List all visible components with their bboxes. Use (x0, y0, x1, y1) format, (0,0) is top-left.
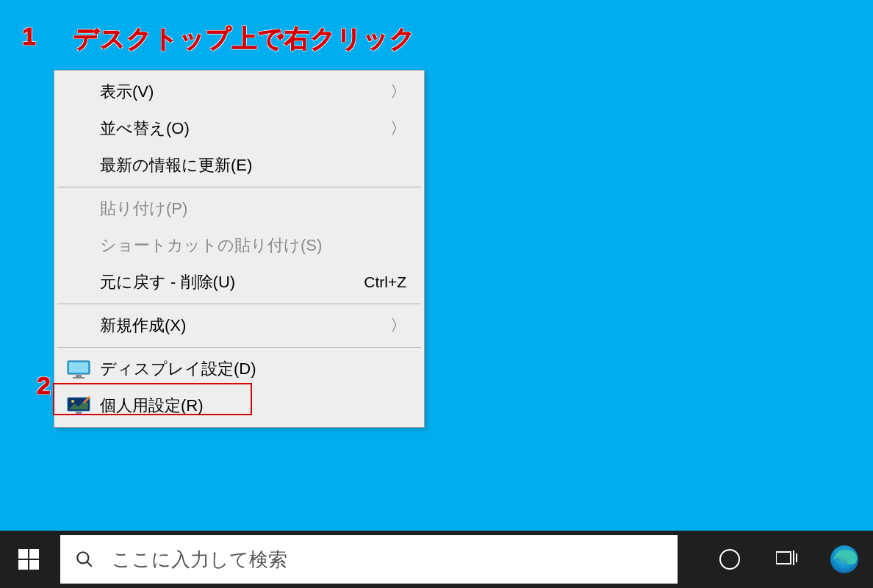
edge-button[interactable] (816, 531, 873, 588)
svg-rect-1 (69, 362, 88, 373)
menu-item-undo[interactable]: 元に戻す - 削除(U) Ctrl+Z (56, 264, 423, 301)
menu-label: 表示(V) (100, 81, 390, 103)
menu-label: 元に戻す - 削除(U) (100, 271, 364, 293)
annotation-text-1: デスクトップ上で右クリック (73, 22, 416, 56)
annotation-number-2: 2 (37, 371, 51, 400)
chevron-right-icon: 〉 (390, 81, 406, 103)
menu-item-personalize[interactable]: 個人用設定(R) (56, 387, 423, 424)
menu-item-display-settings[interactable]: ディスプレイ設定(D) (56, 351, 423, 387)
menu-label: 個人用設定(R) (100, 395, 406, 417)
menu-label: ディスプレイ設定(D) (100, 358, 406, 380)
taskbar-search[interactable]: ここに入力して検索 (60, 535, 678, 584)
menu-label: 最新の情報に更新(E) (100, 154, 406, 176)
menu-separator (57, 304, 421, 304)
taskbar: ここに入力して検索 (0, 531, 873, 588)
menu-item-refresh[interactable]: 最新の情報に更新(E) (56, 147, 423, 184)
svg-point-5 (71, 400, 74, 403)
chevron-right-icon: 〉 (390, 118, 406, 140)
task-view-icon (776, 549, 798, 570)
chevron-right-icon: 〉 (390, 315, 406, 337)
windows-logo-icon (18, 549, 39, 570)
svg-line-9 (87, 562, 92, 567)
search-icon (75, 550, 94, 569)
menu-label: ショートカットの貼り付け(S) (100, 234, 406, 257)
svg-rect-6 (76, 412, 82, 414)
menu-item-paste-shortcut: ショートカットの貼り付け(S) (56, 227, 423, 264)
personalize-icon (67, 396, 90, 415)
menu-item-paste: 貼り付け(P) (56, 190, 423, 227)
menu-item-new[interactable]: 新規作成(X) 〉 (56, 307, 423, 344)
menu-item-view[interactable]: 表示(V) 〉 (56, 74, 423, 110)
svg-rect-3 (73, 377, 85, 379)
menu-label: 新規作成(X) (100, 315, 390, 337)
menu-separator (57, 187, 421, 187)
display-icon (67, 359, 90, 379)
desktop-context-menu: 表示(V) 〉 並べ替え(O) 〉 最新の情報に更新(E) 貼り付け(P) ショ… (54, 70, 425, 428)
edge-icon (829, 544, 860, 575)
menu-label: 並べ替え(O) (100, 118, 390, 140)
task-view-button[interactable] (758, 531, 816, 588)
cortana-icon (719, 549, 740, 570)
menu-separator (57, 347, 421, 348)
menu-shortcut: Ctrl+Z (364, 273, 406, 291)
svg-point-8 (77, 552, 88, 563)
svg-rect-2 (76, 375, 82, 377)
start-button[interactable] (0, 531, 57, 588)
annotation-number-1: 1 (22, 22, 36, 51)
search-placeholder: ここに入力して検索 (112, 547, 287, 573)
menu-item-sort[interactable]: 並べ替え(O) 〉 (56, 110, 423, 147)
cortana-button[interactable] (701, 531, 758, 588)
menu-label: 貼り付け(P) (100, 198, 406, 220)
svg-rect-10 (776, 552, 791, 564)
svg-rect-7 (73, 414, 85, 415)
